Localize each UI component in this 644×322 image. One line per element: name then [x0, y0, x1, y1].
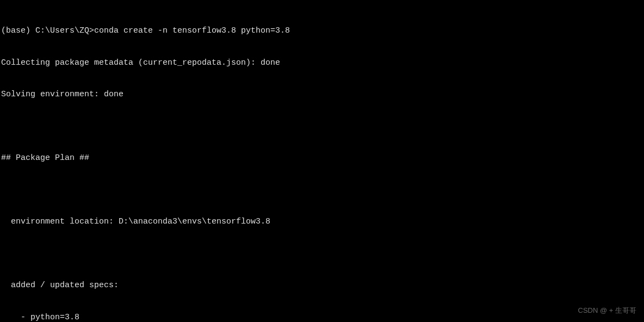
blank [1, 185, 643, 196]
plan-header: ## Package Plan ## [1, 153, 643, 164]
watermark: CSDN @ + 生哥哥 [578, 306, 636, 315]
env-location: environment location: D:\anaconda3\envs\… [1, 216, 643, 227]
terminal-output[interactable]: (base) C:\Users\ZQ>conda create -n tenso… [1, 4, 643, 322]
blank [1, 121, 643, 132]
specs-item: - python=3.8 [1, 312, 643, 323]
prompt-line: (base) C:\Users\ZQ>conda create -n tenso… [1, 26, 643, 36]
specs-header: added / updated specs: [1, 280, 643, 291]
metadata-line: Collecting package metadata (current_rep… [1, 58, 643, 69]
blank [1, 249, 643, 259]
solving-line: Solving environment: done [1, 89, 643, 100]
